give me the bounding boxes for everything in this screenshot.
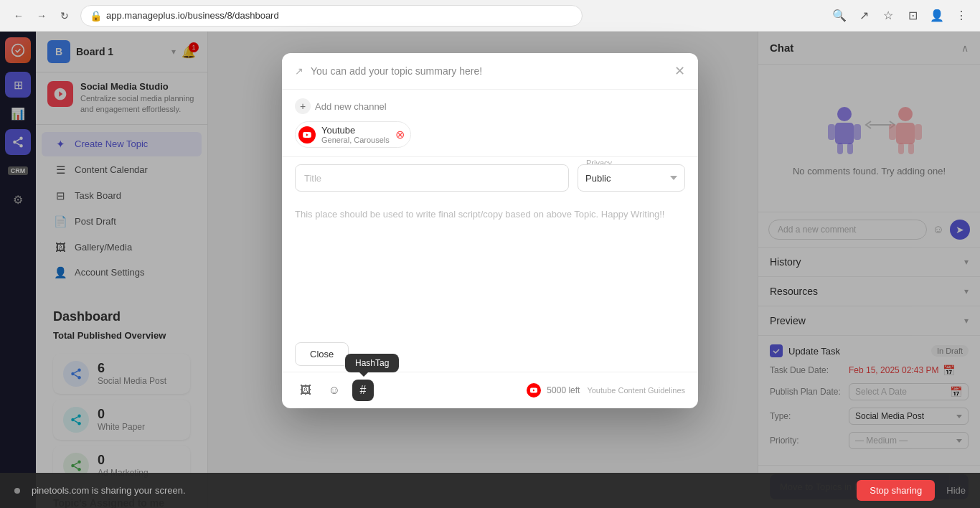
close-button[interactable]: Close	[295, 342, 349, 366]
profile-button[interactable]: 👤	[927, 6, 947, 26]
channel-type: General, Carousels	[321, 136, 390, 144]
menu-button[interactable]: ⋮	[951, 6, 971, 26]
share-indicator-icon	[14, 488, 20, 494]
youtube-channel-tag: Youtube General, Carousels ⊗	[295, 121, 411, 148]
forward-button[interactable]: →	[32, 6, 52, 26]
screen-share-bar: pinetools.com is sharing your screen. St…	[0, 473, 980, 508]
modal-toolbar: 🖼 ☺ # HashTag 5000 left Youtube Content …	[282, 372, 698, 408]
topic-modal: ↗ You can add your topic summary here! ✕…	[282, 53, 698, 408]
modal-header: ↗ You can add your topic summary here! ✕	[282, 53, 698, 90]
hashtag-button[interactable]: #	[352, 380, 374, 401]
url-text: app.manageplus.io/business/8/dashboard	[106, 10, 279, 21]
hashtag-popup: HashTag	[345, 354, 399, 372]
modal-title: You can add your topic summary here!	[311, 65, 667, 77]
privacy-wrapper: Privacy Public	[578, 164, 685, 192]
browser-bar: ← → ↻ 🔒 app.manageplus.io/business/8/das…	[0, 0, 980, 32]
privacy-select[interactable]: Public	[578, 164, 685, 192]
stop-sharing-button[interactable]: Stop sharing	[857, 480, 935, 501]
refresh-button[interactable]: ↻	[55, 6, 75, 26]
lock-icon: 🔒	[90, 10, 102, 22]
search-button[interactable]: 🔍	[829, 6, 849, 26]
address-bar[interactable]: 🔒 app.manageplus.io/business/8/dashboard	[80, 5, 583, 27]
content-guide-text: Youtube Content Guidelines	[587, 386, 685, 395]
close-modal-button[interactable]: ✕	[674, 63, 685, 79]
content-area[interactable]: This place should be used to write final…	[282, 199, 698, 342]
modal-overlay: ↗ You can add your topic summary here! ✕…	[0, 32, 980, 508]
sharing-domain: pinetools.com is sharing your screen.	[32, 485, 186, 496]
form-row: Privacy Public	[282, 157, 698, 199]
youtube-small-icon	[527, 383, 541, 398]
share-text: pinetools.com is sharing your screen.	[32, 485, 845, 496]
modal-bottom-row: Close	[282, 342, 698, 372]
image-upload-button[interactable]: 🖼	[295, 380, 316, 401]
extensions-button[interactable]: ⊡	[903, 6, 923, 26]
share-button[interactable]: ↗	[854, 6, 874, 26]
channel-name: Youtube	[321, 125, 390, 136]
hashtag-tooltip-wrapper: # HashTag	[352, 380, 374, 401]
plus-icon: +	[295, 98, 311, 114]
channel-info: Youtube General, Carousels	[321, 125, 390, 144]
expand-icon[interactable]: ↗	[295, 65, 303, 77]
add-channel-label: Add new channel	[315, 101, 387, 112]
emoji-toolbar-button[interactable]: ☺	[324, 380, 345, 401]
browser-nav-buttons: ← → ↻	[9, 6, 75, 26]
bookmark-button[interactable]: ☆	[878, 6, 898, 26]
hide-button[interactable]: Hide	[946, 485, 966, 496]
title-input[interactable]	[295, 164, 569, 192]
char-count-text: 5000 left	[547, 385, 580, 395]
youtube-icon	[298, 126, 316, 144]
channel-remove-button[interactable]: ⊗	[395, 128, 405, 141]
content-placeholder: This place should be used to write final…	[295, 209, 685, 220]
back-button[interactable]: ←	[9, 6, 29, 26]
channel-section: + Add new channel Youtube General, Carou…	[282, 90, 698, 157]
char-count-area: 5000 left	[527, 383, 580, 398]
browser-action-buttons: 🔍 ↗ ☆ ⊡ 👤 ⋮	[829, 6, 971, 26]
add-channel-button[interactable]: + Add new channel	[295, 98, 685, 114]
